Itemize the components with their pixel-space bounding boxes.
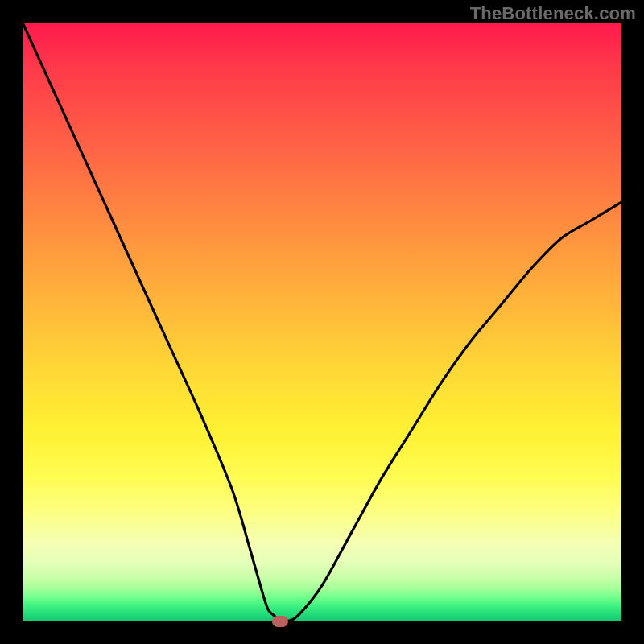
watermark-text: TheBottleneck.com <box>470 3 636 24</box>
chart-frame: TheBottleneck.com <box>0 0 644 644</box>
optimal-marker <box>272 616 288 627</box>
plot-area <box>23 23 621 621</box>
bottleneck-curve <box>23 23 621 621</box>
